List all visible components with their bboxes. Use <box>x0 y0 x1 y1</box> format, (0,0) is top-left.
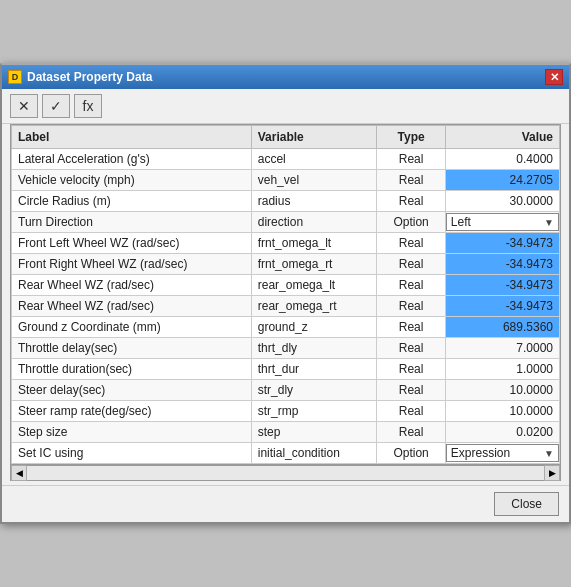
cell-value: Expression▼ <box>445 443 559 464</box>
toolbar: ✕ ✓ fx <box>2 89 569 124</box>
cell-type: Real <box>377 233 446 254</box>
cell-type: Real <box>377 275 446 296</box>
table-row: Circle Radius (m)radiusReal30.0000 <box>12 191 560 212</box>
cell-type: Real <box>377 317 446 338</box>
cell-type: Real <box>377 254 446 275</box>
dropdown-arrow: ▼ <box>544 448 554 459</box>
cell-value: Left▼ <box>445 212 559 233</box>
cell-value: -34.9473 <box>445 233 559 254</box>
normal-value: 0.0200 <box>446 422 559 442</box>
cell-value: 30.0000 <box>445 191 559 212</box>
cell-value: 0.4000 <box>445 149 559 170</box>
cell-value: 1.0000 <box>445 359 559 380</box>
cell-type: Real <box>377 191 446 212</box>
cell-label: Front Left Wheel WZ (rad/sec) <box>12 233 252 254</box>
cell-variable: direction <box>251 212 377 233</box>
cell-value: 689.5360 <box>445 317 559 338</box>
cell-label: Circle Radius (m) <box>12 191 252 212</box>
cell-value: -34.9473 <box>445 254 559 275</box>
cell-variable: step <box>251 422 377 443</box>
dropdown-option[interactable]: Expression▼ <box>446 444 559 462</box>
dropdown-option[interactable]: Left▼ <box>446 213 559 231</box>
table-row: Set IC usinginitial_conditionOptionExpre… <box>12 443 560 464</box>
table-row: Vehicle velocity (mph)veh_velReal24.2705 <box>12 170 560 191</box>
cell-value: -34.9473 <box>445 296 559 317</box>
table-row: Rear Wheel WZ (rad/sec)rear_omega_ltReal… <box>12 275 560 296</box>
cell-type: Option <box>377 443 446 464</box>
cell-variable: frnt_omega_lt <box>251 233 377 254</box>
scroll-track[interactable] <box>27 466 544 480</box>
highlighted-value: -34.9473 <box>446 254 559 274</box>
cell-label: Throttle delay(sec) <box>12 338 252 359</box>
highlighted-value: 24.2705 <box>446 170 559 190</box>
cell-variable: ground_z <box>251 317 377 338</box>
cell-label: Set IC using <box>12 443 252 464</box>
table-row: Lateral Acceleration (g's)accelReal0.400… <box>12 149 560 170</box>
cell-variable: str_rmp <box>251 401 377 422</box>
normal-value: 30.0000 <box>446 191 559 211</box>
table-row: Steer ramp rate(deg/sec)str_rmpReal10.00… <box>12 401 560 422</box>
cell-variable: thrt_dur <box>251 359 377 380</box>
data-table-container: Label Variable Type Value Lateral Accele… <box>10 124 561 465</box>
cell-type: Real <box>377 170 446 191</box>
cell-label: Lateral Acceleration (g's) <box>12 149 252 170</box>
highlighted-value: -34.9473 <box>446 275 559 295</box>
highlighted-value: -34.9473 <box>446 296 559 316</box>
col-header-type: Type <box>377 126 446 149</box>
confirm-button[interactable]: ✓ <box>42 94 70 118</box>
cell-type: Real <box>377 380 446 401</box>
cell-label: Vehicle velocity (mph) <box>12 170 252 191</box>
scroll-right-arrow[interactable]: ▶ <box>544 465 560 481</box>
cell-variable: rear_omega_lt <box>251 275 377 296</box>
table-row: Front Right Wheel WZ (rad/sec)frnt_omega… <box>12 254 560 275</box>
dropdown-value: Expression <box>451 446 510 460</box>
cell-type: Real <box>377 149 446 170</box>
cell-variable: radius <box>251 191 377 212</box>
window-close-button[interactable]: ✕ <box>545 69 563 85</box>
cell-type: Real <box>377 296 446 317</box>
normal-value: 7.0000 <box>446 338 559 358</box>
cell-label: Rear Wheel WZ (rad/sec) <box>12 296 252 317</box>
cell-value: 10.0000 <box>445 401 559 422</box>
table-row: Front Left Wheel WZ (rad/sec)frnt_omega_… <box>12 233 560 254</box>
main-window: D Dataset Property Data ✕ ✕ ✓ fx Label V… <box>0 63 571 524</box>
table-row: Ground z Coordinate (mm)ground_zReal689.… <box>12 317 560 338</box>
cell-value: 0.0200 <box>445 422 559 443</box>
cell-value: 7.0000 <box>445 338 559 359</box>
dropdown-arrow: ▼ <box>544 217 554 228</box>
cell-variable: thrt_dly <box>251 338 377 359</box>
scroll-left-arrow[interactable]: ◀ <box>11 465 27 481</box>
title-bar: D Dataset Property Data ✕ <box>2 65 569 89</box>
property-table: Label Variable Type Value Lateral Accele… <box>11 125 560 464</box>
table-row: Step sizestepReal0.0200 <box>12 422 560 443</box>
cell-label: Throttle duration(sec) <box>12 359 252 380</box>
window-icon: D <box>8 70 22 84</box>
cell-label: Step size <box>12 422 252 443</box>
table-row: Steer delay(sec)str_dlyReal10.0000 <box>12 380 560 401</box>
cell-variable: veh_vel <box>251 170 377 191</box>
horizontal-scrollbar[interactable]: ◀ ▶ <box>10 465 561 481</box>
cell-label: Ground z Coordinate (mm) <box>12 317 252 338</box>
cancel-button[interactable]: ✕ <box>10 94 38 118</box>
dropdown-value: Left <box>451 215 471 229</box>
cell-variable: initial_condition <box>251 443 377 464</box>
col-header-variable: Variable <box>251 126 377 149</box>
col-header-label: Label <box>12 126 252 149</box>
close-button[interactable]: Close <box>494 492 559 516</box>
window-title: Dataset Property Data <box>27 70 152 84</box>
cell-type: Real <box>377 338 446 359</box>
table-row: Throttle duration(sec)thrt_durReal1.0000 <box>12 359 560 380</box>
cell-label: Rear Wheel WZ (rad/sec) <box>12 275 252 296</box>
cell-value: 10.0000 <box>445 380 559 401</box>
table-row: Rear Wheel WZ (rad/sec)rear_omega_rtReal… <box>12 296 560 317</box>
normal-value: 0.4000 <box>446 149 559 169</box>
cell-label: Steer ramp rate(deg/sec) <box>12 401 252 422</box>
cell-value: 24.2705 <box>445 170 559 191</box>
fx-button[interactable]: fx <box>74 94 102 118</box>
footer: Close <box>2 485 569 522</box>
normal-value: 10.0000 <box>446 380 559 400</box>
cell-label: Turn Direction <box>12 212 252 233</box>
cell-value: -34.9473 <box>445 275 559 296</box>
cell-variable: rear_omega_rt <box>251 296 377 317</box>
cell-variable: frnt_omega_rt <box>251 254 377 275</box>
